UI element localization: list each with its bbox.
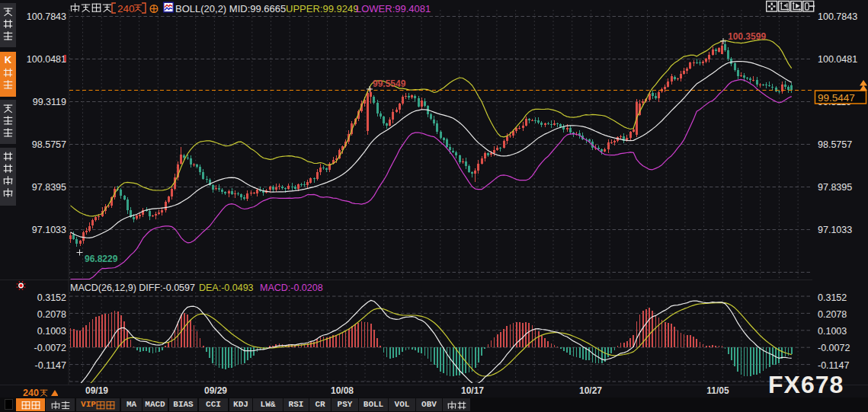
svg-text:LOWER:99.4081: LOWER:99.4081 <box>356 3 431 14</box>
svg-text:96.8229: 96.8229 <box>85 254 118 264</box>
svg-text:99.5549: 99.5549 <box>373 78 406 89</box>
svg-text:UPPER:99.9249: UPPER:99.9249 <box>286 3 358 14</box>
svg-text:DEA:-0.0493: DEA:-0.0493 <box>199 283 254 293</box>
svg-text:-0.0072: -0.0072 <box>34 343 66 353</box>
svg-text:100.7843: 100.7843 <box>27 11 66 22</box>
svg-text:98.5757: 98.5757 <box>32 139 66 150</box>
svg-text:-0.1147: -0.1147 <box>35 360 67 371</box>
svg-text:0.1003: 0.1003 <box>37 326 66 337</box>
svg-text:97.8395: 97.8395 <box>818 182 852 193</box>
svg-text:240: 240 <box>117 3 135 14</box>
svg-text:0.2078: 0.2078 <box>37 309 66 320</box>
svg-text:-0.0072: -0.0072 <box>818 343 850 353</box>
svg-text:99.5447: 99.5447 <box>818 92 855 104</box>
svg-text:97.8395: 97.8395 <box>32 182 66 193</box>
svg-text:0.3152: 0.3152 <box>818 292 847 303</box>
svg-text:BOLL(20,2) MID:99.6665: BOLL(20,2) MID:99.6665 <box>175 3 286 14</box>
svg-text:0.1003: 0.1003 <box>818 326 847 337</box>
svg-text:0.2078: 0.2078 <box>818 309 847 320</box>
svg-text:98.5757: 98.5757 <box>818 139 852 150</box>
svg-text:-0.1147: -0.1147 <box>818 360 850 371</box>
svg-text:97.1033: 97.1033 <box>32 225 66 235</box>
svg-text:100.3599: 100.3599 <box>728 31 766 42</box>
svg-text:0.3152: 0.3152 <box>37 292 66 303</box>
svg-text:MACD(26,12,9) DIFF:-0.0597: MACD(26,12,9) DIFF:-0.0597 <box>70 283 195 293</box>
svg-text:99.3119: 99.3119 <box>33 97 66 107</box>
svg-text:MACD:-0.0208: MACD:-0.0208 <box>260 283 323 293</box>
svg-text:240: 240 <box>23 388 39 398</box>
svg-text:97.1033: 97.1033 <box>818 225 852 235</box>
svg-text:100.0481: 100.0481 <box>27 54 66 65</box>
svg-text:100.7843: 100.7843 <box>818 11 857 22</box>
svg-text:100.0481: 100.0481 <box>818 54 857 65</box>
